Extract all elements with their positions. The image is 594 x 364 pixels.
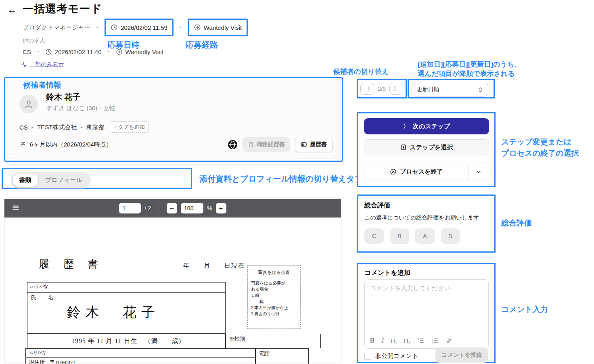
resume-name-label: 氏 名 (27, 293, 225, 303)
arrow-circle-icon (116, 48, 123, 55)
application-row-1: プロダクトマネージャー ・ 2026/02/02 11:59 ・ Wantedl… (23, 19, 248, 36)
resume-phone-cell: 電話 (255, 348, 309, 364)
tabs-highlight-box: 書類 プロフィール (2, 168, 192, 189)
comment-input[interactable] (365, 280, 488, 326)
page-title: 一括選考モード (23, 2, 102, 16)
private-comment-row: 非公開コメント (364, 352, 418, 360)
candidate-card: 鈴木 花子 すずき はなこ (30)・女性 CS • TEST株式会社 • 東京… (7, 80, 340, 159)
annotation-comment: コメント入力 (501, 304, 548, 315)
annotation-sort-note: [追加日][応募日][更新日]のうち、 選んだ項目が降順で表示される (418, 60, 521, 78)
photo-box-line: 横 (251, 299, 297, 305)
resume-furigana-row: ふりがな (27, 282, 226, 292)
chevron-right-icon: 〉 (403, 123, 409, 130)
comment-title: コメントを追加 (364, 269, 410, 277)
bullet-list-icon[interactable] (431, 337, 439, 344)
rating-option-s[interactable]: S (441, 228, 460, 244)
prev-candidate-button[interactable]: 〈 (360, 83, 374, 95)
private-comment-checkbox[interactable] (364, 353, 371, 360)
next-step-button[interactable]: 〉 次のステップ (364, 118, 489, 134)
arrow-circle-icon (194, 24, 201, 31)
candidate-name: 鈴木 花子 (46, 92, 81, 103)
sort-select[interactable]: 更新日順 (412, 83, 488, 96)
comment-panel-highlight-box: コメントを追加 B I H₁ H₂ 1 非公開コメント (357, 263, 496, 363)
end-process-dropdown-toggle[interactable] (469, 163, 489, 180)
resume-furigana2-row: ふりがな (25, 348, 255, 357)
photo-box-title: 写真をはる位置 (251, 270, 297, 276)
back-icon[interactable]: ← (7, 4, 17, 15)
flag-icon (19, 141, 26, 148)
candidate-attributes-row: CS • TEST株式会社 • 東京都 + タグを追加 (19, 121, 149, 133)
photo-box-line: 3.裏面のりづけ (251, 311, 297, 317)
heading2-icon[interactable]: H₂ (404, 337, 411, 344)
partial-display-link[interactable]: 一部のみ表示 (21, 61, 64, 68)
document-actions: 職務経歴書 履歴書 (228, 137, 333, 152)
resume-name-cell: 氏 名 鈴木 花子 (27, 292, 226, 334)
rating-option-b[interactable]: B (390, 228, 409, 244)
candidate-pager-highlight-box: 〈 2/9 〉 (357, 79, 407, 98)
photo-box-line: 写真をはる必要が (251, 280, 297, 286)
apply-datetime-value: 2026/02/02 11:59 (121, 24, 167, 31)
tab-profile[interactable]: プロフィール (38, 174, 89, 187)
candidate-company: TEST株式会社 (37, 123, 77, 131)
avatar (19, 95, 38, 113)
application-row-2: CS ・ 2026/02/02 11:40 ・ Wantedly Visit (23, 48, 163, 56)
other-jobs-label: 他の求人 (23, 37, 45, 44)
resume-button[interactable]: 履歴書 (295, 137, 333, 152)
step-panel-highlight-box: 〉 次のステップ ステップを選択 プロセスを終了 (357, 112, 496, 187)
apply-channel-value: Wantedly Visit (125, 48, 163, 55)
resume-address-row: 現住所 〒108-0071 (25, 357, 255, 364)
doc-profile-tabs: 書類 プロフィール (11, 172, 91, 188)
select-step-label: ステップを選択 (410, 144, 453, 151)
candidate-kana-age: すずき はなこ (30)・女性 (46, 105, 115, 112)
resume-birth-cell: 1995 年 11 月 11 日生 （満 歳) (27, 334, 226, 348)
pager-position: 2/9 (378, 86, 385, 92)
resume-document: 履 歴 書 年 月 日現在 写真をはる位置 写真をはる必要が ある場合 1. 縦… (4, 199, 341, 364)
document-icon (248, 142, 254, 148)
tab-documents[interactable]: 書類 (13, 174, 38, 187)
rating-title: 総合評価 (364, 201, 488, 210)
photo-box-line: 2.本人単身胸から上 (251, 305, 297, 311)
rating-options: C B A S (364, 228, 488, 244)
partial-display-label: 一部のみ表示 (29, 61, 64, 68)
next-candidate-button[interactable]: 〉 (389, 83, 403, 95)
renewal-info: 6ヶ月以内（2026/02/04時点） (19, 141, 112, 149)
heading1-icon[interactable]: H₁ (391, 337, 397, 344)
submit-comment-button[interactable]: コメントを投稿 (435, 347, 488, 363)
add-tag-button[interactable]: + タグを追加 (110, 121, 149, 133)
career-sheet-button[interactable]: 職務経歴書 (243, 137, 290, 152)
end-process-split-button: プロセスを終了 (364, 163, 489, 180)
job-name: プロダクトマネージャー (23, 24, 90, 31)
globe-icon[interactable] (228, 140, 238, 150)
resume-gender-cell: ※性別 (226, 334, 321, 348)
link-icon[interactable] (446, 337, 452, 344)
rating-option-a[interactable]: A (415, 228, 435, 244)
sort-select-value: 更新日順 (417, 86, 439, 93)
annotation-candidate-info: 候補者情報 (23, 80, 61, 90)
separator-dot: ・ (35, 48, 41, 56)
svg-text:1: 1 (418, 338, 420, 340)
rating-option-c[interactable]: C (364, 228, 384, 244)
apply-datetime-value: 2026/02/02 11:40 (55, 48, 102, 55)
end-process-button[interactable]: プロセスを終了 (364, 163, 468, 180)
resume-date-line: 年 月 日現在 (183, 262, 245, 270)
chevron-updown-icon (478, 87, 483, 93)
candidate-bottom-row: 6ヶ月以内（2026/02/04時点） 職務経歴書 (19, 137, 333, 152)
step-list-icon (400, 144, 407, 151)
select-step-button[interactable]: ステップを選択 (364, 139, 489, 155)
apply-channel-value: Wantedly Visit (204, 24, 242, 31)
job-name: CS (23, 48, 31, 55)
comment-format-toolbar: B I H₁ H₂ 1 (370, 337, 452, 344)
sort-select-highlight-box: 更新日順 (408, 79, 495, 98)
apply-datetime-highlight-box: 2026/02/02 11:59 (105, 19, 174, 36)
candidate-location: 東京都 (86, 123, 105, 131)
bold-icon[interactable]: B (370, 337, 375, 344)
ordered-list-icon[interactable]: 1 (417, 337, 425, 344)
italic-icon[interactable]: I (382, 337, 384, 344)
annotation-step-note: ステップ変更または プロセスの終了の選択 (501, 136, 579, 159)
apply-channel-highlight-box: Wantedly Visit (188, 19, 248, 36)
annotation-sort-note-line2: 選んだ項目が降順で表示される (418, 69, 521, 78)
resume-title: 履 歴 書 (39, 257, 104, 271)
bulk-screening-page: ← 一括選考モード プロダクトマネージャー ・ 2026/02/02 11:59… (0, 0, 594, 364)
annotation-sort-note-line1: [追加日][応募日][更新日]のうち、 (418, 60, 521, 69)
resume-birth-value: 1995 年 11 月 11 日生 （満 歳) (27, 334, 225, 348)
